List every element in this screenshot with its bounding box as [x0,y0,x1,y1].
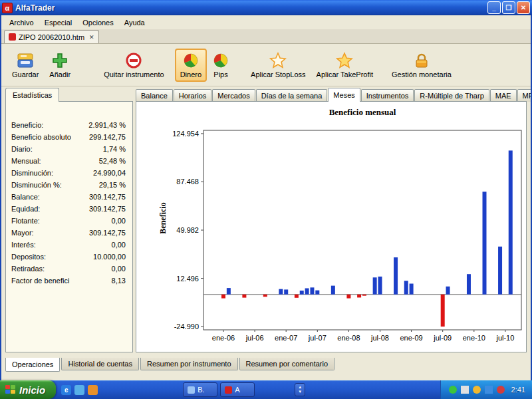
svg-text:124.954: 124.954 [172,130,199,138]
title-bar: α AlfaTrader _ ❐ ✕ [0,0,532,15]
guardar-button[interactable]: Guardar [7,49,44,82]
tab-mae[interactable]: MAE [490,89,517,102]
aplicar-takeprofit-button[interactable]: Aplicar TakeProfit [311,49,378,82]
stat-label: Balance: [11,193,40,201]
start-button-label: Inicio [19,384,45,396]
anadir-button[interactable]: Añadir [44,49,76,82]
stat-label: Mayor: [11,229,34,237]
tab-close-icon[interactable]: ✕ [89,34,94,41]
svg-text:-24.990: -24.990 [174,323,199,331]
document-tab[interactable]: ZIPO 20062010.htm ✕ [4,30,99,43]
taskbar-button-label: B. [198,386,204,394]
network-icon[interactable] [485,386,493,394]
svg-text:12.496: 12.496 [176,275,199,283]
tab-instrumentos[interactable]: Instrumentos [361,89,414,102]
tab-mfe[interactable]: MFE [517,89,532,102]
internet-explorer-icon[interactable]: e [61,385,71,395]
pips-button[interactable]: Pips [207,49,235,82]
stat-value: 0,00 [112,217,126,225]
volume-icon[interactable] [497,386,505,394]
device-icon[interactable] [461,386,469,394]
stat-value: 0,00 [112,265,126,273]
bottom-tab-resumen-por-comentario[interactable]: Resumen por comentario [239,358,335,370]
application-window: α AlfaTrader _ ❐ ✕ ArchivoEspecialOpcion… [0,0,532,399]
taskbar-button-a[interactable]: A [220,382,255,397]
stat-label: Disminución %: [11,181,62,189]
star-outline-icon [269,52,287,69]
stat-value: 8,13 [112,277,126,285]
toolbar-button-label: Pips [213,70,227,78]
stat-label: Retiradas: [11,265,45,273]
svg-text:jul-07: jul-07 [308,334,327,342]
bottom-tab-operaciones[interactable]: Operaciones [5,358,60,372]
statistics-panel: Beneficio:2.991,43 %Beneficio absoluto29… [5,101,133,352]
start-button[interactable]: Inicio [0,380,56,399]
monthly-profit-chart: Beneficio mensualBeneficio124.95487.4684… [136,102,526,352]
show-desktop-icon[interactable] [74,385,84,395]
stat-row-beneficio-absoluto: Beneficio absoluto299.142,75 [6,131,132,143]
stat-row-mayor: Mayor:309.142,75 [6,227,132,239]
stat-label: Mensual: [11,157,41,165]
taskbar-button-b[interactable]: B. [183,382,217,397]
tab-horarios[interactable]: Horarios [174,89,212,102]
menu-item-archivo[interactable]: Archivo [4,17,39,29]
quitar-instrumento-button[interactable]: Quitar instrumento [98,49,169,82]
svg-text:ene-06: ene-06 [212,334,235,342]
menu-item-ayuda[interactable]: Ayuda [119,17,150,29]
tab-balance[interactable]: Balance [136,89,173,102]
svg-text:jul-08: jul-08 [370,334,389,342]
stat-label: Flotante: [11,217,40,225]
bottom-tab-resumen-por-instrumento[interactable]: Resumen por instrumento [140,358,238,370]
stat-row-disminuci-n: Disminución %:29,15 % [6,179,132,191]
svg-text:ene-08: ene-08 [337,334,360,342]
toolbar-button-label: Guardar [12,70,39,78]
stat-row-retiradas: Retiradas:0,00 [6,263,132,275]
alert-icon[interactable] [473,386,481,394]
stat-label: Beneficio: [11,121,43,129]
toolbar-button-label: Aplicar StopLoss [251,70,306,78]
tab-estadisticas[interactable]: Estadísticas [5,88,59,102]
stat-row-flotante: Flotante:0,00 [6,215,132,227]
toolbar: GuardarAñadirQuitar instrumentoDineroPip… [1,45,531,86]
close-button[interactable]: ✕ [517,1,530,14]
taskbar-chevron-icon[interactable]: ▲▼ [295,383,305,396]
stat-row-factor-de-benefici: Factor de benefici8,13 [6,275,132,287]
svg-text:jul-09: jul-09 [433,334,452,342]
taskbar-buttons: B.A [183,382,255,397]
minimize-button[interactable]: _ [487,1,501,14]
tab-r-m-ltiple-de-tharp[interactable]: R-Múltiple de Tharp [414,89,489,102]
status-online-icon[interactable] [449,386,457,394]
windows-flag-icon [5,385,16,394]
stat-label: Factor de benefici [11,277,69,285]
taskbar: Inicio e B.A ▲▼ 2:41 [0,380,532,399]
gestion-monetaria-button[interactable]: Gestión monetaria [386,49,457,82]
tab-mercados[interactable]: Mercados [212,89,255,102]
tab-d-as-de-la-semana[interactable]: Días de la semana [256,89,328,102]
stat-row-beneficio: Beneficio:2.991,43 % [6,119,132,131]
svg-text:87.468: 87.468 [176,178,199,186]
remove-icon [125,52,142,69]
stat-label: Disminución: [11,169,53,177]
maximize-button[interactable]: ❐ [502,1,515,14]
toolbar-button-label: Dinero [180,70,201,78]
stat-row-balance: Balance:309.142,75 [6,191,132,203]
window-title: AlfaTrader [15,3,487,13]
media-player-icon[interactable] [88,385,98,395]
window-frame-left [0,15,1,380]
bottom-tab-historial-de-cuentas[interactable]: Historial de cuentas [61,358,139,370]
stat-value: 309.142,75 [89,193,126,201]
chart-panel: Beneficio mensualBeneficio124.95487.4684… [136,101,527,352]
aplicar-stoploss-button[interactable]: Aplicar StopLoss [245,49,311,82]
svg-text:jul-06: jul-06 [245,334,264,342]
menu-item-opciones[interactable]: Opciones [77,17,118,29]
app-a-icon [225,386,232,394]
stat-value: 0,00 [112,241,126,249]
tab-meses[interactable]: Meses [328,88,360,102]
toolbar-button-label: Gestión monetaria [392,70,452,78]
stat-value: 10.000,00 [93,253,126,261]
toolbar-button-label: Añadir [49,70,70,78]
document-tab-label: ZIPO 20062010.htm [19,33,84,41]
menu-item-especial[interactable]: Especial [39,17,78,29]
dinero-button[interactable]: Dinero [175,49,207,82]
svg-text:jul-10: jul-10 [495,334,514,342]
